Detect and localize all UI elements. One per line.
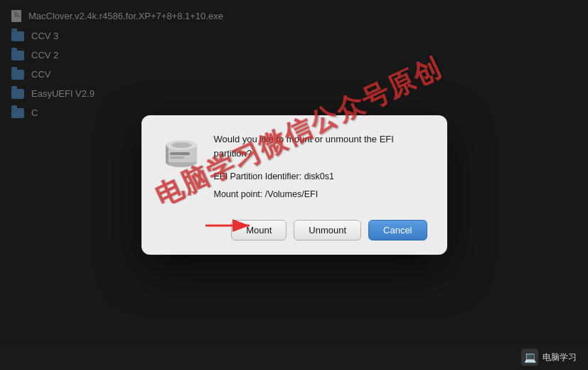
svg-point-3 [171, 142, 191, 148]
arrow-indicator [205, 215, 255, 239]
unmount-button[interactable]: Unmount [294, 220, 361, 240]
badge-icon: 💻 [521, 349, 538, 366]
modal-overlay: Would you like to mount or unmount the E… [0, 0, 588, 370]
dialog-buttons: Mount Unmount Cancel [161, 220, 427, 240]
bottom-bar: 💻 电脑学习 [0, 344, 588, 370]
disk-icon [161, 132, 201, 172]
svg-rect-5 [170, 152, 190, 155]
dialog-mount-point: Mount point: /Volumes/EFI [214, 188, 427, 201]
cancel-button[interactable]: Cancel [368, 220, 427, 240]
dialog-partition-info: EFI Partition Identifier: disk0s1 [214, 170, 427, 184]
svg-marker-4 [166, 145, 169, 165]
dialog-content: Would you like to mount or unmount the E… [214, 132, 427, 206]
dialog-title: Would you like to mount or unmount the E… [214, 132, 427, 160]
dialog-box: Would you like to mount or unmount the E… [141, 115, 447, 255]
svg-rect-6 [170, 157, 184, 159]
dialog-body: Would you like to mount or unmount the E… [161, 132, 427, 206]
bottom-badge: 💻 电脑学习 [521, 349, 577, 366]
badge-label: 电脑学习 [542, 352, 577, 364]
